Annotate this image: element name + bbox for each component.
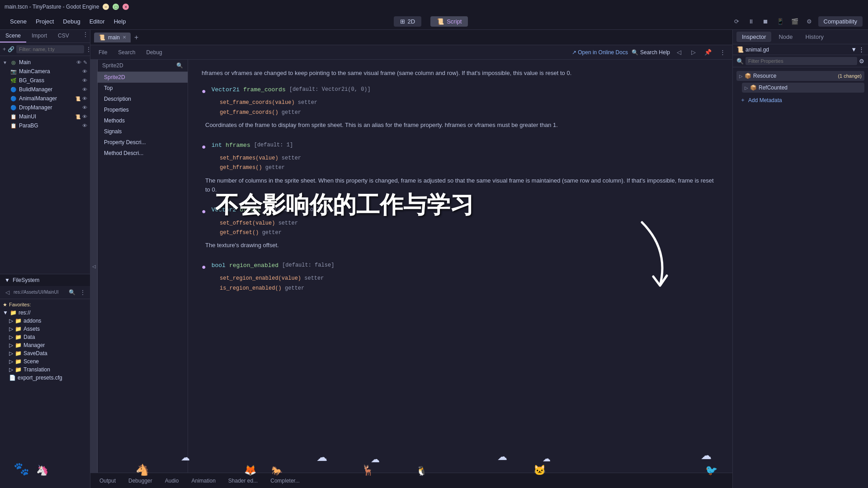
- fs-item[interactable]: ▷📁Data: [0, 333, 90, 341]
- search-help-button[interactable]: 🔍 Search Help: [632, 49, 670, 56]
- menu-item-scene[interactable]: Scene: [5, 16, 31, 27]
- filesystem-header[interactable]: ▼ FileSystem: [0, 274, 90, 286]
- pin-icon[interactable]: 📌: [703, 47, 713, 58]
- tree-item[interactable]: 🔵 DropManager 👁: [0, 103, 90, 112]
- fs-item[interactable]: ▷📁Assets: [0, 325, 90, 333]
- tab-animation[interactable]: Animation: [186, 476, 221, 486]
- compat-button[interactable]: Compatibility: [818, 16, 863, 27]
- open-docs-button[interactable]: ↗ Open in Online Docs: [572, 49, 628, 56]
- search-menu-button[interactable]: Search: [114, 48, 139, 57]
- filter-options-icon[interactable]: ⚙: [859, 58, 864, 65]
- script-attached-icon: 📜: [75, 114, 80, 119]
- fs-item[interactable]: ▷📁SaveData: [0, 349, 90, 357]
- fs-item[interactable]: ▷📁Manager: [0, 341, 90, 349]
- inspector-section-header[interactable]: ▷ 📦 Resource (1 change): [736, 71, 864, 81]
- chevron-down-icon[interactable]: ▼: [851, 46, 857, 53]
- script-nav-item-sprite2d[interactable]: Sprite2D: [98, 72, 188, 83]
- inspector-filter-input[interactable]: [745, 57, 857, 65]
- script-nav-item-description[interactable]: Description: [98, 94, 188, 104]
- script-tab-main[interactable]: 📜 main ✕: [94, 33, 131, 42]
- inspector-filter-bar: 🔍 ⚙: [733, 55, 868, 67]
- tree-item[interactable]: ▼ ◎ Main 👁 ✎: [0, 58, 90, 67]
- tab-output[interactable]: Output: [94, 476, 121, 486]
- movie-icon[interactable]: 🎬: [789, 16, 800, 27]
- mode-script-button[interactable]: 📜 Script: [430, 16, 468, 27]
- debug-menu-button[interactable]: Debug: [142, 48, 165, 57]
- settings-icon[interactable]: ⚙: [804, 16, 815, 27]
- refresh-icon[interactable]: ⟳: [731, 16, 742, 27]
- tree-item[interactable]: 🌿 BG_Grass 👁: [0, 76, 90, 85]
- options-icon[interactable]: ⋮: [78, 288, 87, 297]
- tab-shader[interactable]: Shader ed...: [223, 476, 263, 486]
- back-icon[interactable]: ◁: [3, 288, 12, 297]
- close-button[interactable]: ×: [123, 4, 129, 10]
- visibility-icon[interactable]: 👁: [82, 69, 87, 74]
- tab-scene[interactable]: Scene: [0, 30, 26, 42]
- add-metadata-button[interactable]: ＋ Add Metadata: [736, 94, 864, 106]
- filter-icon[interactable]: 🔍: [176, 62, 183, 69]
- inspector-subsection-refcounted: ▷ 📦 RefCounted: [742, 83, 864, 93]
- tab-inspector[interactable]: Inspector: [736, 32, 771, 42]
- link-icon[interactable]: 🔗: [8, 45, 14, 54]
- script-nav-item-signals[interactable]: Signals: [98, 126, 188, 137]
- add-tab-button[interactable]: +: [132, 33, 140, 42]
- fs-item[interactable]: ▷📁Scene: [0, 357, 90, 366]
- visibility-icon[interactable]: 👁: [82, 105, 87, 110]
- visibility-icon[interactable]: 👁: [82, 123, 87, 128]
- tab-csv[interactable]: CSV: [52, 30, 75, 42]
- fs-item[interactable]: 📄export_presets.cfg: [0, 374, 90, 382]
- script-attached-icon: 📜: [75, 96, 80, 101]
- visibility-icon[interactable]: 👁: [82, 96, 87, 101]
- collapse-button[interactable]: ◁: [90, 60, 98, 473]
- script-nav-item-property-desc[interactable]: Property Descri...: [98, 137, 188, 148]
- visibility-icon[interactable]: 👁: [76, 60, 81, 65]
- menu-item-editor[interactable]: Editor: [85, 16, 109, 27]
- remote-debug-icon[interactable]: 📱: [775, 16, 786, 27]
- nav-forward-icon[interactable]: ▷: [688, 47, 699, 58]
- tree-item[interactable]: 📷 MainCamera 👁: [0, 67, 90, 76]
- tab-history[interactable]: History: [800, 32, 829, 42]
- close-tab-icon[interactable]: ✕: [123, 35, 126, 40]
- script-nav-item-method-desc[interactable]: Method Descri...: [98, 148, 188, 159]
- visibility-icon[interactable]: 👁: [82, 78, 87, 83]
- fs-item[interactable]: ▷📁addons: [0, 317, 90, 325]
- tab-audio[interactable]: Audio: [160, 476, 184, 486]
- minimize-button[interactable]: −: [103, 4, 109, 10]
- tab-debugger[interactable]: Debugger: [123, 476, 158, 486]
- script-nav-item-properties[interactable]: Properties: [98, 104, 188, 115]
- tree-item-label: MainUI: [19, 113, 73, 120]
- add-node-icon[interactable]: +: [3, 45, 6, 54]
- tree-item-label: BulidManager: [19, 86, 80, 93]
- tab-completer[interactable]: Completer...: [265, 476, 305, 486]
- script-nav-item-methods[interactable]: Methods: [98, 115, 188, 126]
- tree-item[interactable]: 📋 MainUI 📜 👁: [0, 112, 90, 121]
- visibility-icon[interactable]: 👁: [82, 87, 87, 92]
- fs-item-translation[interactable]: ▷📁Translation: [0, 366, 90, 374]
- more-options-icon[interactable]: ⋮: [859, 46, 864, 53]
- edit-icon[interactable]: ✎: [83, 60, 87, 66]
- scene-node-icon: ◎: [10, 59, 17, 66]
- menu-item-debug[interactable]: Debug: [58, 16, 85, 27]
- more-options-icon[interactable]: ⋮: [717, 47, 728, 58]
- script-nav-item-top[interactable]: Top: [98, 83, 188, 94]
- stop-icon[interactable]: ⏹: [760, 16, 771, 27]
- mode-2d-button[interactable]: ⊞ 2D: [394, 16, 422, 27]
- search-icon[interactable]: 🔍: [67, 288, 76, 297]
- maximize-button[interactable]: □: [113, 4, 119, 10]
- menu-item-help[interactable]: Help: [109, 16, 131, 27]
- scene-filter-input[interactable]: [16, 45, 84, 53]
- tree-item[interactable]: 🔵 AnimalManager 📜 👁: [0, 94, 90, 103]
- fs-item[interactable]: ▼📁res://: [0, 309, 90, 317]
- chevron-down-icon: ▼: [5, 277, 10, 283]
- pause-icon[interactable]: ⏸: [746, 16, 757, 27]
- menu-item-project[interactable]: Project: [31, 16, 58, 27]
- file-menu-button[interactable]: File: [95, 48, 111, 57]
- visibility-icon[interactable]: 👁: [82, 114, 87, 119]
- nav-back-icon[interactable]: ◁: [674, 47, 684, 58]
- tree-item[interactable]: 📋 ParaBG 👁: [0, 121, 90, 130]
- tree-item[interactable]: 🔵 BulidManager 👁: [0, 85, 90, 94]
- panel-menu-icon[interactable]: ⋮: [81, 30, 90, 39]
- tab-import[interactable]: Import: [26, 30, 52, 42]
- inspector-subsection-header[interactable]: ▷ 📦 RefCounted: [742, 83, 864, 93]
- tab-node[interactable]: Node: [773, 32, 798, 42]
